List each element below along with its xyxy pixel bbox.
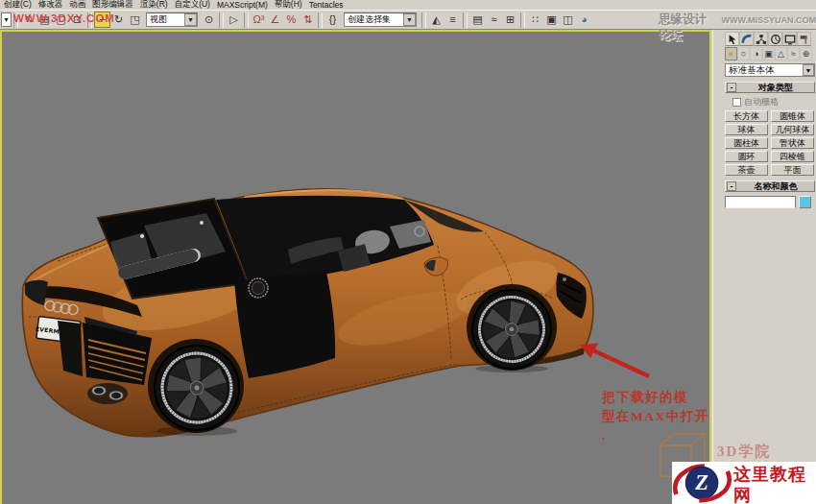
spinner-snap-icon[interactable]: ⇅ — [300, 12, 316, 28]
object-type-button[interactable]: 圆锥体 — [771, 110, 814, 122]
logo-letter: Z — [694, 470, 708, 494]
object-type-rollout[interactable]: - 对象类型 — [725, 82, 815, 93]
object-type-button[interactable]: 长方体 — [725, 110, 768, 122]
object-type-button[interactable]: 圆环 — [725, 151, 768, 162]
menu-item[interactable]: Tentacles — [309, 0, 350, 10]
object-type-button[interactable]: 茶壶 — [725, 164, 768, 176]
rollout-title: 对象类型 — [737, 82, 814, 94]
watermark-3dxy: WWW.3DXY.COM — [13, 12, 115, 24]
select-manipulate-icon[interactable]: ▷ — [226, 12, 242, 28]
object-type-button[interactable]: 四棱锥 — [771, 151, 814, 162]
cameras-icon[interactable]: ▣ — [762, 47, 775, 60]
named-selection-set-dropdown[interactable]: 创建选择集 ▼ — [344, 12, 417, 27]
select-scale-icon[interactable]: ◳ — [127, 12, 143, 28]
watermark-missyuan-url: WWW.MISSYUAN.COM — [722, 15, 816, 25]
primitive-category-dropdown[interactable]: 标准基本体 ▼ — [725, 63, 815, 77]
annotation-line3: . — [602, 426, 709, 445]
watermark-3d-academy: 3D学院 — [717, 443, 771, 461]
car-model[interactable]: EVERMOTION — [22, 189, 593, 437]
tutorial-annotation: 把下载好的模 型在MAX中打开 . — [602, 388, 709, 445]
rendered-frame-icon[interactable]: ◫ — [560, 12, 576, 28]
name-color-row — [725, 196, 814, 208]
autogrid-label: 自动栅格 — [744, 96, 779, 108]
command-panel: ●○◑▣△≈⊛ 标准基本体 ▼ - 对象类型 自动栅格 长方体圆锥体球体几何球体… — [712, 30, 816, 504]
separator — [463, 12, 468, 28]
systems-icon[interactable]: ⊛ — [800, 47, 812, 60]
object-type-button[interactable]: 几何球体 — [771, 124, 814, 135]
object-type-button[interactable]: 圆柱体 — [725, 137, 768, 149]
watermark-missyuan-title: 思缘设计论坛 — [659, 12, 717, 44]
shapes-icon[interactable]: ○ — [737, 47, 750, 60]
object-color-swatch[interactable] — [799, 196, 811, 208]
create-categories: ●○◑▣△≈⊛ — [725, 47, 814, 60]
perspective-viewport[interactable]: EVERMOTION — [0, 30, 711, 504]
name-color-rollout[interactable]: - 名称和颜色 — [725, 180, 815, 192]
separator — [244, 12, 249, 28]
menu-item[interactable]: MAXScript(M) — [217, 0, 275, 10]
object-type-button[interactable]: 管状体 — [771, 137, 814, 149]
mirror-icon[interactable]: ◭ — [428, 12, 444, 28]
named-selection-set-value: 创建选择集 — [348, 13, 391, 26]
separator — [520, 12, 525, 28]
annotation-line1: 把下载好的模 — [602, 388, 709, 407]
reference-coordinate-dropdown[interactable]: 视图 ▼ — [146, 12, 198, 27]
menu-bar: 创建(C)修改器动画图形编辑器渲染(R)自定义(U)MAXScript(M)帮助… — [0, 0, 816, 10]
chevron-down-icon: ▼ — [184, 13, 197, 26]
layer-manager-icon[interactable]: ▤ — [469, 12, 486, 28]
lights-icon[interactable]: ◑ — [750, 47, 762, 60]
autogrid-checkbox[interactable] — [732, 98, 741, 107]
separator — [421, 12, 426, 28]
primitive-category-value: 标准基本体 — [729, 64, 775, 77]
align-icon[interactable]: ≡ — [444, 12, 461, 28]
space-warps-icon[interactable]: ≈ — [787, 47, 800, 60]
schematic-view-icon[interactable]: ⊞ — [502, 12, 518, 28]
object-type-button[interactable]: 球体 — [725, 124, 768, 135]
object-type-buttons: 长方体圆锥体球体几何球体圆柱体管状体圆环四棱锥茶壶平面 — [725, 110, 815, 176]
quick-render-icon[interactable]: ◕ — [576, 12, 592, 28]
chevron-down-icon: ▼ — [403, 13, 416, 26]
z-emblem-icon: Z — [669, 460, 736, 504]
material-editor-icon[interactable]: ∷ — [527, 12, 543, 28]
geometry-icon[interactable]: ● — [725, 47, 737, 60]
percent-snap-icon[interactable]: % — [283, 12, 300, 28]
exhaust-pipes — [87, 383, 128, 404]
herecours-logo: Z 这里教程网 herecours.com — [672, 462, 816, 504]
logo-text-cn: 这里教程网 — [733, 464, 816, 504]
angle-snap-icon[interactable]: ∠ — [267, 12, 283, 28]
snap-toggle-icon[interactable]: Ω³ — [251, 12, 267, 28]
annotation-line2: 型在MAX中打开 — [602, 407, 709, 426]
rollout-title: 名称和颜色 — [737, 180, 814, 193]
render-setup-icon[interactable]: ▣ — [543, 12, 560, 28]
object-name-input[interactable] — [725, 196, 796, 208]
separator — [219, 12, 224, 28]
named-selection-sets-icon[interactable]: {} — [324, 12, 341, 28]
reference-coordinate-value: 视图 — [150, 13, 167, 26]
autogrid-row: 自动栅格 — [725, 96, 814, 108]
curve-editor-icon[interactable]: ≈ — [486, 12, 502, 28]
helpers-icon[interactable]: △ — [775, 47, 787, 60]
rollout-collapse-button[interactable]: - — [727, 181, 736, 191]
combo-remnant[interactable]: ▼ — [1, 12, 12, 27]
3dsmax-window: 创建(C)修改器动画图形编辑器渲染(R)自定义(U)MAXScript(M)帮助… — [0, 0, 816, 504]
chevron-down-icon: ▼ — [803, 64, 814, 76]
object-type-button[interactable]: 平面 — [771, 164, 814, 176]
rollout-collapse-button[interactable]: - — [727, 83, 736, 92]
watermark-missyuan: 思缘设计论坛 WWW.MISSYUAN.COM — [659, 12, 816, 44]
use-center-icon[interactable]: ⊙ — [201, 12, 217, 28]
separator — [318, 12, 323, 28]
annotation-arrow — [580, 344, 649, 377]
